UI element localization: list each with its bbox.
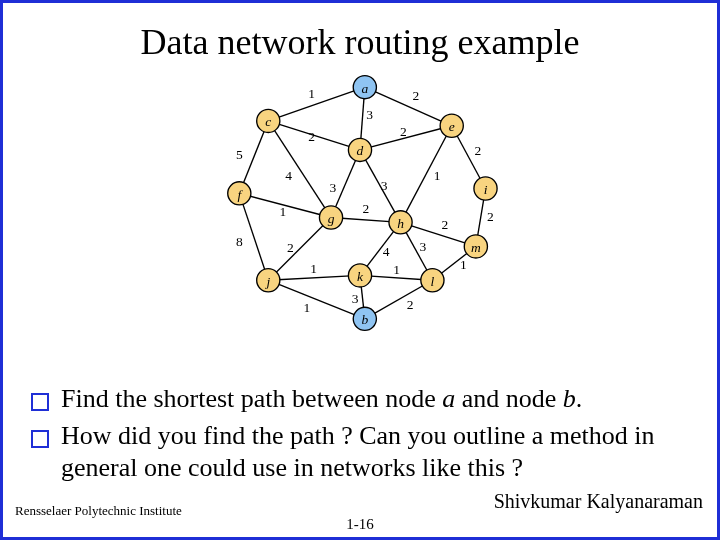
bullet-text: Find the shortest path between node a an…	[61, 383, 582, 416]
graph-node-e: e	[440, 114, 463, 137]
bullet-item: How did you find the path ? Can you outl…	[31, 420, 689, 485]
edge-weight: 2	[400, 124, 407, 139]
graph-node-k: k	[348, 264, 371, 287]
svg-text:c: c	[265, 114, 271, 129]
graph-node-j: j	[257, 269, 280, 292]
edge-weight: 2	[413, 88, 420, 103]
edge-weight: 3	[366, 107, 373, 122]
svg-text:m: m	[471, 240, 481, 255]
graph-edge	[365, 87, 452, 126]
edge-weight: 2	[487, 209, 494, 224]
graph-node-g: g	[319, 206, 342, 229]
edge-weight: 3	[330, 180, 337, 195]
graph-edge	[268, 87, 365, 121]
graph-node-m: m	[464, 235, 487, 258]
graph-node-b: b	[353, 307, 376, 330]
svg-text:i: i	[484, 182, 488, 197]
edge-weight: 3	[352, 291, 359, 306]
footer-page-number: 1-16	[346, 516, 374, 533]
edge-weight: 1	[434, 168, 441, 183]
graph-container: 1232254331218224322111132 acedfighmjklb	[3, 63, 717, 343]
bullet-item: Find the shortest path between node a an…	[31, 383, 689, 416]
bullet-text: How did you find the path ? Can you outl…	[61, 420, 689, 485]
edge-weight: 1	[279, 204, 286, 219]
footer-author: Shivkumar Kalyanaraman	[494, 490, 703, 513]
edge-weight: 2	[407, 297, 414, 312]
network-graph: 1232254331218224322111132 acedfighmjklb	[180, 63, 540, 343]
svg-text:d: d	[357, 143, 364, 158]
edge-weight: 1	[308, 86, 315, 101]
graph-node-h: h	[389, 211, 412, 234]
svg-text:b: b	[361, 312, 368, 327]
edge-weight: 2	[287, 240, 294, 255]
graph-edge	[268, 280, 365, 319]
graph-node-l: l	[421, 269, 444, 292]
graph-node-a: a	[353, 76, 376, 99]
graph-node-i: i	[474, 177, 497, 200]
edge-weight: 1	[393, 262, 400, 277]
slide-title: Data network routing example	[3, 21, 717, 63]
svg-text:l: l	[431, 274, 435, 289]
edge-weight: 1	[304, 300, 311, 315]
edge-weight: 3	[419, 239, 426, 254]
svg-text:a: a	[361, 81, 368, 96]
edge-weight: 5	[236, 147, 243, 162]
graph-edge	[268, 217, 331, 280]
edge-weight: 2	[442, 217, 449, 232]
edge-weight: 2	[362, 201, 369, 216]
bullet-square-icon	[31, 430, 49, 448]
edge-weight: 1	[310, 261, 317, 276]
svg-text:g: g	[328, 211, 335, 226]
svg-text:k: k	[357, 269, 364, 284]
graph-edge	[268, 275, 360, 280]
footer-institute: Rensselaer Polytechnic Institute	[15, 503, 182, 519]
graph-edge	[401, 126, 452, 223]
graph-node-f: f	[228, 182, 251, 205]
slide-frame: Data network routing example 12322543312…	[0, 0, 720, 540]
graph-node-d: d	[348, 138, 371, 161]
graph-edge	[239, 193, 268, 280]
edge-weight: 3	[381, 178, 388, 193]
svg-text:h: h	[397, 216, 404, 231]
edge-weight: 8	[236, 234, 243, 249]
edge-weight: 4	[285, 168, 292, 183]
edge-weight: 1	[460, 257, 467, 272]
bullet-list: Find the shortest path between node a an…	[31, 383, 689, 489]
edge-weight: 4	[383, 244, 390, 259]
graph-node-c: c	[257, 109, 280, 132]
edge-weight: 2	[308, 129, 315, 144]
edge-weight: 2	[474, 143, 481, 158]
svg-text:e: e	[449, 119, 455, 134]
bullet-square-icon	[31, 393, 49, 411]
